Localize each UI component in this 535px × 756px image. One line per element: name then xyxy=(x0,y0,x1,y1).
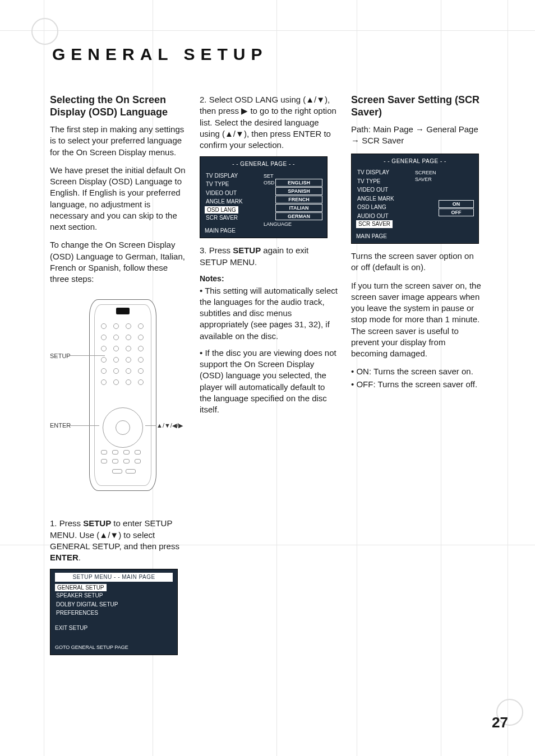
osd-screenshot-general-page-scrsaver: - - GENERAL PAGE - - TV DISPLAY TV TYPE … xyxy=(351,154,479,244)
remote-button-grid xyxy=(100,322,146,395)
osd-option: OFF xyxy=(439,208,474,216)
paragraph: The first step in making any settings is… xyxy=(50,124,186,158)
note-item: • If the disc you are viewing does not s… xyxy=(200,347,338,416)
section-heading-screen-saver: Screen Saver Setting (SCR Saver) xyxy=(351,94,481,118)
leader-line xyxy=(145,425,156,426)
osd-left-list: TV DISPLAY TV TYPE VIDEO OUT ANGLE MARK … xyxy=(205,171,264,222)
paragraph: To change the On Screen Display (OSD) La… xyxy=(50,239,186,285)
paragraph: Turns the screen saver option on or off … xyxy=(351,251,481,273)
step-text: . xyxy=(79,553,81,562)
osd-option: FRENCH xyxy=(275,196,322,203)
page-number: 27 xyxy=(492,714,508,731)
osd-item: AUDIO OUT xyxy=(356,212,415,221)
osd-item: DOLBY DIGITAL SETUP xyxy=(55,600,173,609)
remote-label-arrows: ▲/▼/◀/▶ xyxy=(156,421,183,430)
osd-item: ANGLE MARK xyxy=(205,197,264,206)
step-3: 3. Press SETUP again to exit SETUP MENU. xyxy=(200,245,338,268)
list-item: • ON: Turns the screen saver on. xyxy=(351,366,481,377)
column-3: Screen Saver Setting (SCR Saver) Path: M… xyxy=(351,94,481,722)
osd-title: - - GENERAL PAGE - - xyxy=(205,160,322,168)
osd-left-list: TV DISPLAY TV TYPE VIDEO OUT ANGLE MARK … xyxy=(356,168,415,228)
osd-main-page: MAIN PAGE xyxy=(205,227,264,235)
paragraph: If you turn the screen saver on, the scr… xyxy=(351,280,481,360)
osd-scrsaver-options: ON OFF xyxy=(439,200,474,217)
osd-option: ENGLISH xyxy=(275,179,322,187)
osd-option: SPANISH xyxy=(275,187,322,195)
notes-heading: Notes: xyxy=(200,273,338,284)
setup-button-name: SETUP xyxy=(83,518,111,528)
ornament-circle-top-left xyxy=(31,18,58,45)
osd-item: SPEAKER SETUP xyxy=(55,591,173,600)
leader-line xyxy=(70,425,99,426)
osd-title: - - GENERAL PAGE - - xyxy=(356,157,474,165)
osd-item-selected: SCR SAVER xyxy=(356,220,393,228)
osd-footer: GOTO GENERAL SETUP PAGE xyxy=(55,644,173,651)
paragraph: We have preset the initial default On Sc… xyxy=(50,165,186,233)
list-item: • OFF: Turns the screen saver off. xyxy=(351,379,481,390)
osd-item: TV TYPE xyxy=(205,180,264,189)
osd-item: EXIT SETUP xyxy=(55,624,173,632)
osd-item-selected: GENERAL SETUP xyxy=(55,584,107,592)
remote-dpad-icon xyxy=(103,407,143,448)
remote-bottom-row xyxy=(100,450,146,478)
column-2: 2. Select OSD LANG using (▲/▼), then pre… xyxy=(200,94,338,722)
osd-item-selected: OSD LANG xyxy=(205,206,238,214)
osd-menu-list: GENERAL SETUP SPEAKER SETUP DOLBY DIGITA… xyxy=(55,584,173,618)
step-text: 3. Press xyxy=(200,245,233,255)
osd-item: VIDEO OUT xyxy=(205,189,264,198)
remote-label-setup: SETUP xyxy=(50,352,71,360)
osd-item: SCR SAVER xyxy=(205,214,264,222)
setup-button-name: SETUP xyxy=(233,245,261,255)
osd-item: PREFERENCES xyxy=(55,609,173,618)
osd-option: ITALIAN xyxy=(275,204,322,212)
page-title: GENERAL SETUP xyxy=(52,45,268,64)
remote-brand-icon xyxy=(116,308,130,314)
remote-outline xyxy=(89,299,156,491)
osd-screenshot-general-page-lang: - - GENERAL PAGE - - TV DISPLAY TV TYPE … xyxy=(200,156,328,238)
remote-label-enter: ENTER xyxy=(50,421,71,430)
osd-option: GERMAN xyxy=(275,212,322,220)
leader-line xyxy=(70,355,105,356)
path-line: Path: Main Page → General Page → SCR Sav… xyxy=(351,124,481,147)
note-item: • This setting will automatically select… xyxy=(200,285,338,342)
section-heading-osd-language: Selecting the On Screen Display (OSD) La… xyxy=(50,94,186,118)
step-1: 1. Press SETUP to enter SETUP MENU. Use … xyxy=(50,518,186,563)
osd-item: TV TYPE xyxy=(356,177,415,186)
osd-title: SETUP MENU - - MAIN PAGE xyxy=(55,573,173,582)
osd-main-page: MAIN PAGE xyxy=(356,233,415,240)
remote-diagram: SETUP ENTER ▲/▼/◀/▶ xyxy=(50,299,186,495)
osd-item: TV DISPLAY xyxy=(205,171,264,180)
content-columns: Selecting the On Screen Display (OSD) La… xyxy=(50,94,513,722)
osd-option: ON xyxy=(439,200,474,208)
osd-item: ANGLE MARK xyxy=(356,194,415,203)
osd-language-options: ENGLISH SPANISH FRENCH ITALIAN GERMAN xyxy=(275,178,322,221)
osd-item: VIDEO OUT xyxy=(356,185,415,194)
column-1: Selecting the On Screen Display (OSD) La… xyxy=(50,94,186,722)
osd-item: OSD LANG xyxy=(356,203,415,212)
step-text: 1. Press xyxy=(50,518,83,528)
enter-button-name: ENTER xyxy=(50,553,79,562)
step-2: 2. Select OSD LANG using (▲/▼), then pre… xyxy=(200,94,338,151)
osd-item: TV DISPLAY xyxy=(356,168,415,177)
osd-screenshot-main-page: SETUP MENU - - MAIN PAGE GENERAL SETUP S… xyxy=(50,569,178,655)
